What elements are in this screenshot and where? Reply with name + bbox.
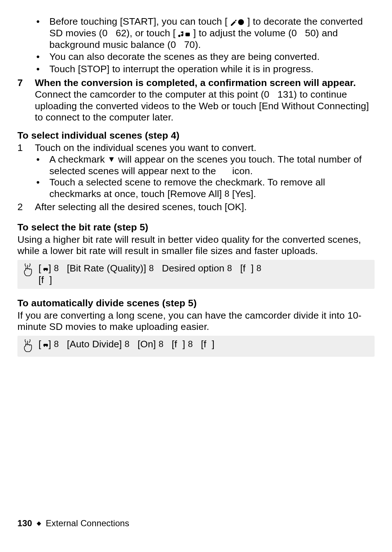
step-label: Desired option xyxy=(162,263,224,274)
text: [Yes]. xyxy=(229,188,256,199)
step-label: [Auto Divide] xyxy=(67,339,122,349)
step-7: 7 When the conversion is completed, a co… xyxy=(17,77,375,123)
heading-auto-divide: To automatically divide scenes (step 5) xyxy=(17,298,375,309)
text: ), or touch [ xyxy=(126,28,175,38)
step-number: 7 xyxy=(17,77,23,89)
procedure-steps: [] 8 [Auto Divide] 8 [On] 8 [f ] 8 [f ] xyxy=(38,339,371,350)
heading-select-scenes: To select individual scenes (step 4) xyxy=(17,130,375,142)
return-icon: f xyxy=(204,339,206,349)
text: icon. xyxy=(229,165,253,176)
section-name: External Connections xyxy=(46,518,129,528)
page-ref: 131 xyxy=(278,89,294,100)
bullet-decorate: Before touching [START], you can touch [… xyxy=(17,16,375,50)
svg-rect-0 xyxy=(185,33,190,36)
arrow-icon: 8 xyxy=(225,189,229,199)
arrow-icon: 8 xyxy=(227,263,232,274)
diamond-icon: ◆ xyxy=(37,520,41,526)
arrow-icon: 8 xyxy=(54,339,58,349)
bullet-checkmark: A checkmark ▼ will appear on the scenes … xyxy=(17,154,375,177)
select-scenes-step2: 2 After selecting all the desired scenes… xyxy=(17,201,375,213)
text: A checkmark xyxy=(49,154,107,165)
bit-rate-procedure: [] 8 [Bit Rate (Quality)] 8 Desired opti… xyxy=(17,260,375,289)
procedure-steps: [] 8 [Bit Rate (Quality)] 8 Desired opti… xyxy=(38,263,371,286)
music-controls-icon xyxy=(178,28,193,38)
arrow-icon: 8 xyxy=(149,263,154,274)
arrow-icon: 8 xyxy=(54,263,58,274)
text: Before touching [START], you can touch [ xyxy=(49,16,228,27)
intro-bullets: Before touching [START], you can touch [… xyxy=(17,16,375,75)
checkmark-icon: ▼ xyxy=(107,155,115,164)
heading-bit-rate: To select the bit rate (step 5) xyxy=(17,222,375,233)
substep-text: After selecting all the desired scenes, … xyxy=(35,201,247,212)
wrench-icon xyxy=(41,263,48,274)
step-label: [Bit Rate (Quality)] xyxy=(67,263,146,274)
touch-icon xyxy=(23,339,33,354)
page-ref-icon: 0 xyxy=(291,28,297,38)
text: Touch a selected scene to remove the che… xyxy=(49,177,325,199)
manual-page: Before touching [START], you can touch [… xyxy=(0,0,392,552)
text: ] to adjust the volume ( xyxy=(193,28,291,38)
page-ref-icon: 0 xyxy=(102,28,107,38)
wrench-icon xyxy=(41,339,48,349)
step-body: Connect the camcorder to the computer at… xyxy=(35,89,375,123)
step-label: [On] xyxy=(138,339,156,349)
page-ref: 50 xyxy=(305,28,316,38)
page-ref-icon: 0 xyxy=(264,89,269,100)
bullet-stop: Touch [STOP] to interrupt the operation … xyxy=(17,64,375,75)
arrow-icon: 8 xyxy=(124,339,129,349)
bit-rate-paragraph: Using a higher bit rate will result in b… xyxy=(17,234,375,257)
substep-number: 2 xyxy=(17,201,23,213)
select-scenes-bullets: A checkmark ▼ will appear on the scenes … xyxy=(17,154,375,200)
substep-text: Touch on the individual scenes you want … xyxy=(35,142,257,153)
return-icon: f xyxy=(243,263,245,274)
step-title: When the conversion is completed, a conf… xyxy=(35,77,375,89)
page-footer: 130 ◆ External Connections xyxy=(17,518,129,529)
bullet-remove-checkmark: Touch a selected scene to remove the che… xyxy=(17,177,375,200)
pen-palette-icon xyxy=(230,16,247,27)
substep-number: 1 xyxy=(17,142,23,154)
arrow-icon: 8 xyxy=(256,263,261,274)
return-icon: f xyxy=(41,274,44,285)
arrow-icon: 8 xyxy=(159,339,163,349)
touch-icon xyxy=(23,263,33,278)
return-icon: f xyxy=(174,339,177,349)
page-ref: 62 xyxy=(116,28,127,38)
text: ). xyxy=(195,39,201,50)
bullet-also-decorate: You can also decorate the scenes as they… xyxy=(17,51,375,63)
page-ref-icon: 0 xyxy=(171,39,176,50)
text: Connect the camcorder to the computer at… xyxy=(35,89,264,100)
select-scenes-step1: 1 Touch on the individual scenes you wan… xyxy=(17,142,375,154)
page-number: 130 xyxy=(17,518,32,528)
arrow-icon: 8 xyxy=(188,339,193,349)
page-ref: 70 xyxy=(184,39,195,50)
auto-divide-procedure: [] 8 [Auto Divide] 8 [On] 8 [f ] 8 [f ] xyxy=(17,336,375,357)
auto-divide-paragraph: If you are converting a long scene, you … xyxy=(17,310,375,333)
